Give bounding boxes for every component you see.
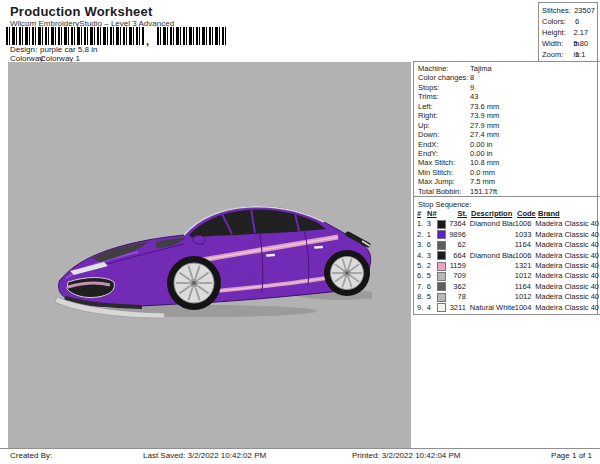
panel-left-border [413,61,414,314]
barcode-bars-right [157,27,227,45]
machine-row: Left:73.6 mm [418,102,596,111]
footer-divider [0,448,600,449]
thread-color-swatch [437,262,446,271]
barcode-separator: , [146,37,149,45]
footer-printed: Printed: 3/2/2022 10:42:04 PM [352,451,461,460]
stop-sequence-row: 9.4 3211Natural White 1004Madeira Classi… [417,303,599,313]
machine-row: Right:73.9 mm [418,111,596,120]
barcode-bars-left [6,27,144,45]
footer-page-number: Page 1 of 1 [551,451,592,460]
thread-color-swatch [437,293,446,302]
stop-sequence-row: 3.6 62 1164Madeira Classic 40 [417,240,599,250]
machine-row: Max Jump:7.5 mm [418,177,596,186]
stat-colors: Colors:6 [542,16,595,27]
stop-sequence-table: # N# St. Description Code Brand 1.3 7364… [417,209,599,313]
design-barcode: , [6,27,227,45]
machine-row: Total Bobbin:151.17ft [418,187,596,196]
design-label: Design: [10,45,40,54]
page-title: Production Worksheet [10,4,152,19]
stat-stitches: Stitches:23507 [542,5,595,16]
panel-top-border [413,61,600,62]
thread-color-swatch [437,272,446,281]
thread-color-swatch [437,251,446,260]
thread-color-swatch [437,241,446,250]
thread-color-swatch [437,230,446,239]
machine-row: Color changes:8 [418,73,596,82]
stop-sequence-row: 7.6 362 1164Madeira Classic 40 [417,282,599,292]
stat-height: Height:2.17 in [542,27,595,38]
stop-sequence-row: 6.5 709 1012Madeira Classic 40 [417,271,599,281]
machine-row: Stops:9 [418,83,596,92]
stop-sequence-row: 1.3 7364Diamond Black 1006Madeira Classi… [417,219,599,229]
design-stats-box: Stitches:23507 Colors:6 Height:2.17 in W… [538,2,598,62]
stop-sequence-row: 5.2 1159 1321Madeira Classic 40 [417,261,599,271]
machine-row: EndY:0.00 in [418,149,596,158]
footer-created-by: Created By: [10,451,52,460]
thread-color-swatch [437,220,446,229]
stop-sequence-row: 8.5 78 1012Madeira Classic 40 [417,292,599,302]
machine-row: Up:27.9 mm [418,121,596,130]
panel-section-divider [413,196,600,197]
front-wheel [167,256,221,310]
machine-row: Machine:Tajima [418,64,596,73]
machine-row: Min Stitch:0.0 mm [418,168,596,177]
stop-sequence-header: # N# St. Description Code Brand [417,209,599,219]
stop-sequence-row: 2.1 9896 1033Madeira Classic 40 [417,230,599,240]
stop-sequence-title: Stop Sequence: [418,200,471,209]
machine-row: Down:27.4 mm [418,130,596,139]
panel-bottom-border [413,314,600,315]
design-name-row: Design: purple car 5,8 in [10,45,97,54]
thread-color-swatch [437,303,446,312]
car-design-image [52,192,372,332]
rear-wheel [324,250,370,296]
stat-width: Width:5.80 in [542,38,595,49]
thread-color-swatch [437,282,446,291]
machine-row: Max Stitch:10.8 mm [418,158,596,167]
stop-sequence-row: 4.3 664Diamond Black 1006Madeira Classic… [417,251,599,261]
design-value: purple car 5,8 in [40,45,97,54]
machine-row: Trims:43 [418,92,596,101]
machine-row: EndX:0.00 in [418,140,596,149]
machine-info-list: Machine:Tajima Color changes:8 Stops:9 T… [418,64,596,196]
footer-last-saved: Last Saved: 3/2/2022 10:42:02 PM [143,451,266,460]
stat-zoom: Zoom:1:1 [542,49,595,60]
